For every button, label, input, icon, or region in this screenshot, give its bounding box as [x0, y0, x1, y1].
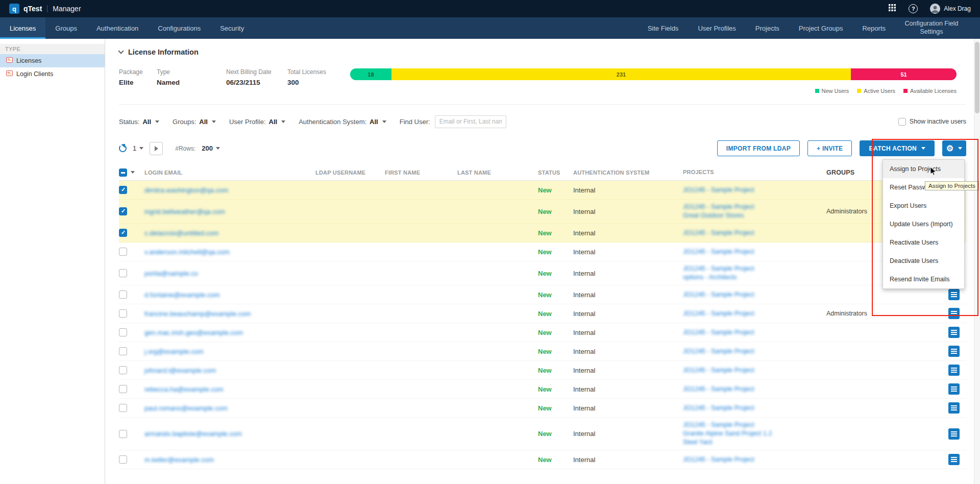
- filter-dropdown[interactable]: Authentication System: All: [299, 118, 386, 126]
- sidebar-item[interactable]: Licenses: [0, 54, 105, 67]
- filter-dropdown[interactable]: Status: All: [119, 118, 159, 126]
- login-email-link[interactable]: v.anderson.mitchell@qa.com: [144, 248, 230, 256]
- project-link[interactable]: Steel Yard: [683, 438, 821, 447]
- project-link[interactable]: JO1245 - Sample Project: [683, 186, 821, 195]
- batch-action-menu-item[interactable]: Export Users: [883, 197, 964, 215]
- project-link[interactable]: JO1245 - Sample Project: [683, 203, 821, 211]
- row-checkbox[interactable]: [119, 186, 127, 194]
- login-email-link[interactable]: m.keller@example.com: [144, 456, 214, 464]
- filter-dropdown[interactable]: User Profile: All: [229, 118, 285, 126]
- column-header-authentication-system[interactable]: AUTHENTICATION SYSTEM: [573, 170, 683, 176]
- column-header-projects[interactable]: PROJECTS: [683, 165, 826, 180]
- column-header-login-email[interactable]: LOGIN EMAIL: [144, 170, 315, 176]
- column-header-status[interactable]: STATUS: [538, 170, 573, 176]
- project-link[interactable]: JO1245 - Sample Project: [683, 455, 821, 464]
- sidebar-item[interactable]: Login Clients: [0, 67, 105, 81]
- row-actions-button[interactable]: [948, 428, 960, 440]
- batch-action-menu-item[interactable]: Resend Invite Emails: [883, 270, 964, 288]
- login-email-link[interactable]: j.org@example.com: [144, 348, 204, 355]
- project-link[interactable]: JO1245 - Sample Project: [683, 264, 821, 273]
- project-link[interactable]: Granite Alpine Sand Project 1.2: [683, 429, 821, 438]
- login-email-link[interactable]: ingrid.bellweather@qa.com: [144, 208, 225, 215]
- row-checkbox[interactable]: [119, 291, 127, 299]
- nav-tab[interactable]: Groups: [45, 17, 87, 39]
- row-checkbox[interactable]: [119, 430, 127, 438]
- nav-tab[interactable]: Site Fields: [638, 17, 689, 39]
- login-email-link[interactable]: paul.romano@example.com: [144, 404, 228, 412]
- project-link[interactable]: JO1245 - Sample Project: [683, 421, 821, 429]
- login-email-link[interactable]: portia@sample.co: [144, 270, 198, 277]
- row-checkbox[interactable]: [119, 455, 127, 464]
- scrollbar-thumb[interactable]: [975, 42, 979, 113]
- column-header-last-name[interactable]: LAST NAME: [457, 170, 538, 176]
- project-link[interactable]: JO1245 - Sample Project: [683, 309, 821, 318]
- row-checkbox[interactable]: [119, 309, 127, 318]
- login-email-link[interactable]: armando.baptiste@example.com: [144, 430, 242, 438]
- nav-tab[interactable]: Configurations: [148, 17, 210, 39]
- page-selector[interactable]: 1: [133, 144, 143, 152]
- row-actions-button[interactable]: [948, 402, 960, 414]
- license-info-header[interactable]: License Information: [119, 48, 966, 56]
- batch-action-menu-item[interactable]: Assign to Projects: [883, 160, 964, 178]
- row-actions-button[interactable]: [948, 308, 960, 319]
- column-header-first-name[interactable]: FIRST NAME: [385, 170, 457, 176]
- row-actions-button[interactable]: [948, 365, 960, 376]
- nav-tab[interactable]: Configuration Field Settings: [895, 17, 968, 39]
- help-icon[interactable]: ?: [909, 4, 918, 13]
- login-email-link[interactable]: d.fontaine@example.com: [144, 291, 220, 299]
- project-link[interactable]: JO1245 - Sample Project: [683, 229, 821, 237]
- show-inactive-users[interactable]: Show inactive users: [898, 118, 966, 126]
- row-actions-button[interactable]: [948, 383, 960, 395]
- show-inactive-checkbox[interactable]: [898, 118, 906, 126]
- vertical-scrollbar[interactable]: [974, 39, 980, 484]
- nav-tab[interactable]: Authentication: [87, 17, 148, 39]
- batch-action-menu-item[interactable]: Reactivate Users: [883, 233, 964, 252]
- login-email-link[interactable]: c.delacroix@untitled.com: [144, 229, 218, 237]
- row-actions-button[interactable]: [948, 327, 960, 338]
- chevron-down-icon[interactable]: [131, 171, 135, 174]
- row-actions-button[interactable]: [948, 454, 960, 465]
- project-link[interactable]: JO1245 - Sample Project: [683, 404, 821, 413]
- settings-button[interactable]: ⚙: [942, 140, 966, 156]
- project-link[interactable]: JO1245 - Sample Project: [683, 347, 821, 356]
- nav-tab[interactable]: Security: [210, 17, 254, 39]
- nav-tab[interactable]: Projects: [746, 17, 789, 39]
- user-menu[interactable]: Alex Drag: [930, 4, 971, 14]
- login-email-link[interactable]: dimitra.washington@qa.com: [144, 186, 228, 194]
- row-actions-button[interactable]: [948, 289, 960, 300]
- nav-tab[interactable]: User Profiles: [688, 17, 745, 39]
- project-link[interactable]: JO1245 - Sample Project: [683, 248, 821, 256]
- row-checkbox[interactable]: [119, 269, 127, 277]
- next-page-button[interactable]: [150, 142, 163, 155]
- row-checkbox[interactable]: [119, 347, 127, 355]
- select-all-checkbox[interactable]: [119, 168, 127, 177]
- project-link[interactable]: JO1245 - Sample Project: [683, 366, 821, 375]
- refresh-icon[interactable]: [119, 144, 127, 152]
- project-link[interactable]: Great Outdoor Stores: [683, 211, 821, 220]
- column-header-ldap-username[interactable]: LDAP USERNAME: [315, 170, 385, 176]
- nav-tab[interactable]: Project Groups: [789, 17, 853, 39]
- project-link[interactable]: JO1245 - Sample Project: [683, 385, 821, 394]
- row-checkbox[interactable]: [119, 404, 127, 412]
- row-actions-button[interactable]: [948, 346, 960, 357]
- login-email-link[interactable]: rebecca.ha@example.com: [144, 385, 224, 393]
- row-checkbox[interactable]: [119, 229, 127, 237]
- invite-button[interactable]: + INVITE: [807, 140, 852, 156]
- login-email-link[interactable]: gen.mac.irish.geo@example.com: [144, 329, 243, 336]
- project-link[interactable]: JO1245 - Sample Project: [683, 291, 821, 299]
- apps-grid-icon[interactable]: [888, 4, 896, 14]
- nav-tab[interactable]: Reports: [852, 17, 895, 39]
- project-link[interactable]: options - Architects: [683, 273, 821, 282]
- rows-per-page-selector[interactable]: 200: [202, 144, 220, 152]
- filter-dropdown[interactable]: Groups: All: [173, 118, 216, 126]
- row-checkbox[interactable]: [119, 328, 127, 336]
- batch-action-menu-item[interactable]: Deactivate Users: [883, 252, 964, 270]
- project-link[interactable]: JO1245 - Sample Project: [683, 328, 821, 337]
- batch-action-button[interactable]: BATCH ACTION: [860, 140, 935, 156]
- nav-tab[interactable]: Licenses: [0, 17, 45, 39]
- login-email-link[interactable]: francine.beauchamp@example.com: [144, 310, 251, 318]
- find-user-input[interactable]: [435, 115, 506, 128]
- row-checkbox[interactable]: [119, 366, 127, 374]
- import-from-ldap-button[interactable]: IMPORT FROM LDAP: [717, 140, 800, 156]
- row-checkbox[interactable]: [119, 385, 127, 393]
